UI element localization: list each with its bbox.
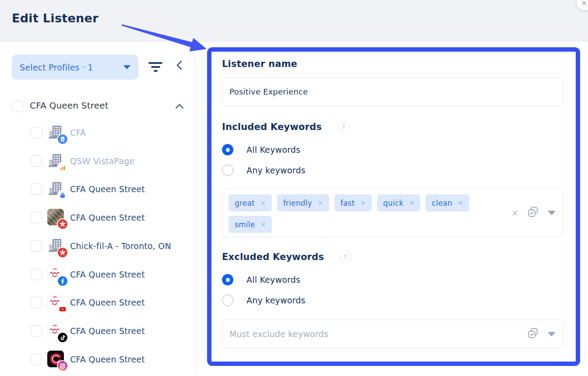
radio-label: Any keywords xyxy=(246,295,306,305)
keyword-tag-label: quick xyxy=(383,199,403,207)
group-checkbox[interactable] xyxy=(12,101,23,112)
remove-keyword-icon[interactable]: ✕ xyxy=(409,200,414,207)
profile-checkbox[interactable] xyxy=(31,155,42,167)
select-profiles-button[interactable]: Select Profiles · 1 xyxy=(12,55,138,80)
excluded-keywords-input[interactable]: Must exclude keywords xyxy=(222,320,564,348)
profile-checkbox[interactable] xyxy=(31,354,42,365)
profile-row[interactable]: CFA xyxy=(0,119,196,147)
included-any-keywords-option[interactable]: Any keywords xyxy=(222,164,306,176)
analytics-badge-icon xyxy=(58,163,67,172)
profile-row[interactable]: QSW VistaPage xyxy=(0,147,196,175)
keyword-tag-label: clean xyxy=(432,199,452,207)
excluded-all-keywords-option[interactable]: All Keywords xyxy=(222,274,300,286)
profile-checkbox[interactable] xyxy=(31,269,42,280)
youtube-badge-icon xyxy=(58,304,67,314)
profiles-sidebar: Select Profiles · 1 CFA Queen Street CFA… xyxy=(0,42,196,376)
select-profiles-label: Select Profiles · 1 xyxy=(20,63,93,72)
instagram-badge-icon xyxy=(58,361,67,371)
keyword-tags: great✕friendly✕fast✕quick✕clean✕smile✕ xyxy=(229,194,511,233)
profile-checkbox[interactable] xyxy=(31,183,42,195)
chevron-down-icon xyxy=(123,65,130,69)
remove-keyword-icon[interactable]: ✕ xyxy=(261,200,266,207)
profile-row[interactable]: Chick-fil-A - Toronto, ON xyxy=(0,232,196,260)
profile-label: CFA Queen Street xyxy=(70,184,145,194)
profile-avatar xyxy=(47,124,65,141)
keyword-tag[interactable]: fast✕ xyxy=(334,194,372,211)
remove-keyword-icon[interactable]: ✕ xyxy=(458,200,463,207)
chevron-left-icon[interactable] xyxy=(174,60,185,71)
profile-avatar xyxy=(47,266,65,283)
profile-avatar xyxy=(47,294,65,311)
keyword-tag-label: friendly xyxy=(283,199,312,207)
copy-icon[interactable] xyxy=(527,327,539,341)
included-all-keywords-option[interactable]: All Keywords xyxy=(222,144,300,156)
listener-name-label: Listener name xyxy=(222,59,297,69)
remove-keyword-icon[interactable]: ✕ xyxy=(318,200,323,207)
keyword-tag[interactable]: great✕ xyxy=(229,194,272,211)
yelp-badge-icon xyxy=(58,248,67,257)
header-bar: Edit Listener xyxy=(0,0,588,42)
excluded-keywords-placeholder: Must exclude keywords xyxy=(229,329,328,339)
keyword-tag[interactable]: quick✕ xyxy=(377,194,420,211)
excluded-any-keywords-option[interactable]: Any keywords xyxy=(222,294,306,306)
profile-label: CFA Queen Street xyxy=(70,326,145,336)
radio-icon[interactable] xyxy=(222,274,233,285)
profile-avatar xyxy=(47,180,65,198)
keyword-tag-label: fast xyxy=(341,199,355,207)
profile-avatar xyxy=(47,237,65,255)
page-title: Edit Listener xyxy=(12,11,99,25)
keyword-tag[interactable]: friendly✕ xyxy=(277,194,329,211)
listener-name-input[interactable]: Positive Experience xyxy=(222,77,564,106)
tiktok-badge-icon xyxy=(58,333,67,342)
included-keywords-input[interactable]: great✕friendly✕fast✕quick✕clean✕smile✕ ✕ xyxy=(222,188,564,237)
chevron-down-icon[interactable] xyxy=(548,211,556,215)
profile-label: CFA xyxy=(70,128,86,137)
keyword-tag[interactable]: clean✕ xyxy=(426,194,469,211)
facebook-badge-icon xyxy=(58,276,67,286)
profile-row[interactable]: CFA Queen Street xyxy=(0,345,196,373)
chevron-down-icon[interactable] xyxy=(548,332,556,336)
keyword-tag-label: great xyxy=(235,199,255,207)
filter-icon[interactable] xyxy=(148,61,163,74)
document-badge-icon xyxy=(58,134,67,144)
bag-badge-icon xyxy=(58,191,67,200)
profile-row[interactable]: CFA Queen Street xyxy=(0,288,196,316)
radio-icon[interactable] xyxy=(222,165,233,176)
copy-icon[interactable] xyxy=(527,206,539,220)
profile-checkbox[interactable] xyxy=(31,297,42,308)
clear-all-icon[interactable]: ✕ xyxy=(511,208,518,218)
profile-checkbox[interactable] xyxy=(31,212,42,223)
remove-keyword-icon[interactable]: ✕ xyxy=(360,200,366,207)
profile-label: QSW VistaPage xyxy=(70,156,134,166)
profile-row[interactable]: CFA Queen Street xyxy=(0,317,196,345)
radio-icon[interactable] xyxy=(222,144,233,155)
keyword-tag[interactable]: smile✕ xyxy=(229,216,272,233)
profile-checkbox[interactable] xyxy=(31,325,42,337)
excluded-keywords-label: Excluded Keywords xyxy=(222,252,324,262)
help-icon[interactable]: ? xyxy=(339,251,351,263)
group-label: CFA Queen Street xyxy=(30,100,109,111)
included-keywords-label: Included Keywords xyxy=(222,122,322,132)
profile-label: Chick-fil-A - Toronto, ON xyxy=(70,241,171,251)
profile-avatar xyxy=(47,209,65,226)
listener-name-value: Positive Experience xyxy=(229,87,308,96)
profile-checkbox[interactable] xyxy=(31,240,42,252)
profile-group-row[interactable]: CFA Queen Street xyxy=(0,98,196,116)
chevron-up-icon[interactable] xyxy=(174,102,185,112)
profile-label: CFA Queen Street xyxy=(70,355,145,364)
keyword-tag-label: smile xyxy=(235,220,255,229)
profile-label: CFA Queen Street xyxy=(70,298,145,307)
radio-label: All Keywords xyxy=(246,275,300,285)
profile-row[interactable]: CFA Queen Street xyxy=(0,260,196,288)
radio-icon[interactable] xyxy=(222,295,233,306)
profile-row[interactable]: CFA Queen Street xyxy=(0,175,196,203)
profile-avatar xyxy=(47,322,65,340)
radio-label: All Keywords xyxy=(246,145,300,155)
remove-keyword-icon[interactable]: ✕ xyxy=(261,221,266,228)
profile-avatar xyxy=(47,152,65,170)
help-icon[interactable]: ? xyxy=(338,121,349,133)
profile-avatar xyxy=(47,351,65,368)
profile-row[interactable]: CFA Queen Street xyxy=(0,204,196,232)
listener-edit-panel: Listener name Positive Experience Includ… xyxy=(207,47,580,366)
profile-checkbox[interactable] xyxy=(31,127,42,138)
